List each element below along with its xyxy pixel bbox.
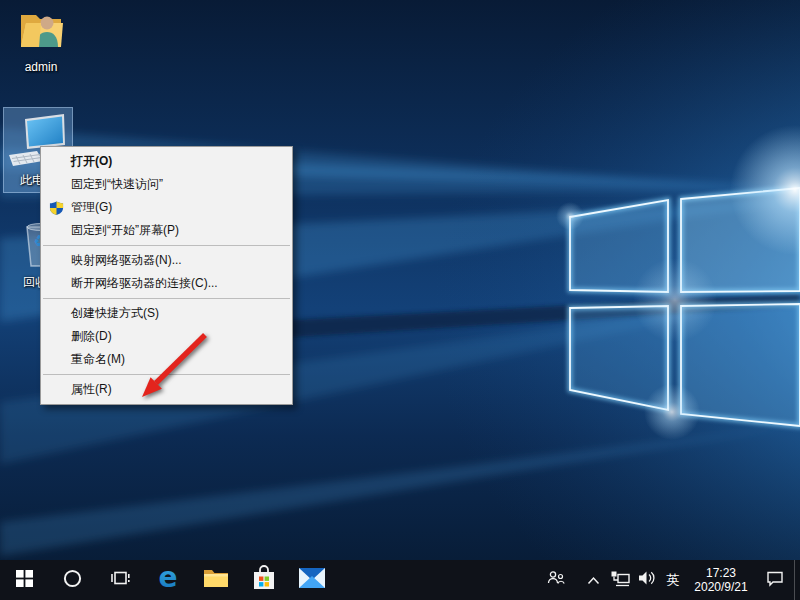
clock-date: 2020/9/21	[686, 580, 756, 594]
action-center-icon	[766, 570, 784, 591]
ime-indicator[interactable]: 英	[660, 560, 686, 600]
ethernet-icon	[610, 570, 630, 591]
svg-text:e: e	[159, 564, 178, 592]
mail-envelope-icon	[298, 567, 326, 593]
tray-clock[interactable]: 17:23 2020/9/21	[686, 566, 756, 594]
desktop-icon-label: admin	[25, 60, 58, 74]
people-icon	[547, 570, 565, 590]
speaker-icon	[638, 570, 656, 590]
chevron-up-icon	[587, 571, 600, 589]
tray-overflow-button[interactable]	[579, 560, 607, 600]
cortana-button[interactable]	[48, 560, 96, 600]
desktop-icon-admin[interactable]: admin	[8, 8, 74, 74]
edge-button[interactable]: e	[144, 560, 192, 600]
menu-separator	[43, 245, 290, 246]
store-button[interactable]	[240, 560, 288, 600]
volume-button[interactable]	[633, 560, 660, 600]
mail-button[interactable]	[288, 560, 336, 600]
taskbar: e	[0, 560, 800, 600]
people-button[interactable]	[541, 560, 571, 600]
start-button[interactable]	[0, 560, 48, 600]
menu-item-pin-quick-access[interactable]: 固定到“快速访问”	[41, 173, 292, 196]
red-arrow-annotation	[125, 320, 235, 415]
menu-separator	[43, 298, 290, 299]
edge-icon: e	[154, 564, 182, 596]
file-explorer-button[interactable]	[192, 560, 240, 600]
action-center-button[interactable]	[756, 560, 794, 600]
taskbar-app-buttons: e	[0, 560, 336, 600]
clock-time: 17:23	[686, 566, 756, 580]
menu-item-disconnect-network-drive[interactable]: 断开网络驱动器的连接(C)...	[41, 272, 292, 295]
user-folder-icon	[17, 8, 65, 58]
menu-item-map-network-drive[interactable]: 映射网络驱动器(N)...	[41, 249, 292, 272]
store-bag-icon	[252, 565, 276, 595]
menu-item-manage[interactable]: 管理(G)	[41, 196, 292, 219]
task-view-icon	[110, 569, 130, 591]
cortana-circle-icon	[63, 569, 82, 592]
system-tray: 英 17:23 2020/9/21	[541, 560, 800, 600]
folder-icon	[203, 567, 229, 593]
menu-item-open[interactable]: 打开(O)	[41, 150, 292, 173]
task-view-button[interactable]	[96, 560, 144, 600]
menu-item-pin-start[interactable]: 固定到“开始”屏幕(P)	[41, 219, 292, 242]
network-button[interactable]	[607, 560, 633, 600]
windows-logo-icon	[16, 570, 33, 591]
show-desktop-button[interactable]	[794, 560, 800, 600]
